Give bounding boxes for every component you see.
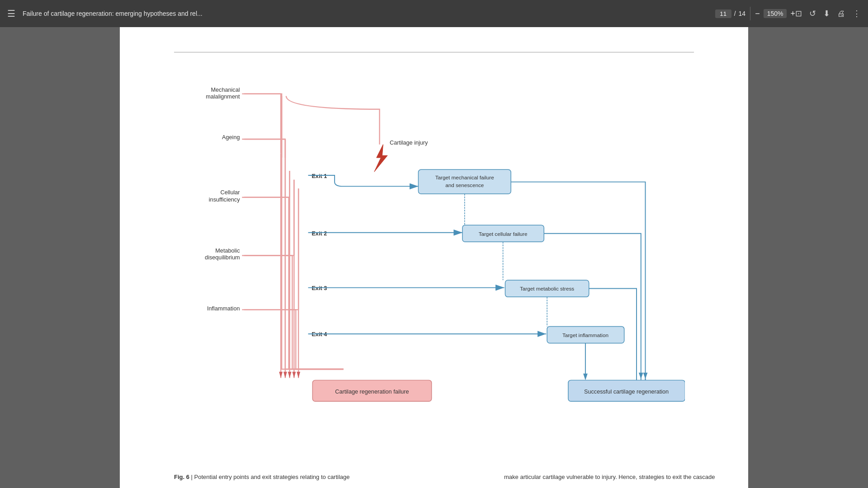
- toolbar: ☰ Failure of cartilage regeneration: eme…: [0, 0, 868, 27]
- label-malalignment: malalignment: [206, 94, 240, 100]
- target4-text: Target inflammation: [562, 332, 609, 338]
- fit-page-icon[interactable]: ⊡: [795, 9, 802, 19]
- history-icon[interactable]: ↺: [809, 9, 816, 19]
- page-separator: /: [734, 10, 736, 17]
- exit2-label: Exit 2: [311, 230, 327, 237]
- label-insufficiency: insufficiency: [209, 197, 240, 203]
- exit1-label: Exit 1: [311, 173, 327, 179]
- label-metabolic: Metabolic: [215, 248, 240, 254]
- zoom-controls: − 150% +: [755, 9, 795, 19]
- svg-marker-17: [297, 372, 300, 378]
- caption-text: | Potential entry points and exit strate…: [189, 474, 350, 480]
- page-total: 14: [739, 10, 746, 17]
- label-inflammation: Inflammation: [207, 305, 240, 312]
- figure-diagram: Mechanical malalignment Ageing Cellular …: [165, 52, 685, 404]
- print-icon[interactable]: 🖨: [837, 9, 845, 19]
- toolbar-separator-1: [750, 7, 750, 20]
- svg-marker-28: [643, 373, 648, 379]
- svg-marker-14: [283, 372, 287, 378]
- more-options-icon[interactable]: ⋮: [853, 9, 861, 19]
- zoom-increase-button[interactable]: +: [790, 9, 795, 19]
- page-navigation: / 14: [715, 9, 745, 18]
- zoom-level-display: 150%: [764, 9, 787, 18]
- zoom-decrease-button[interactable]: −: [755, 9, 760, 19]
- download-icon[interactable]: ⬇: [823, 9, 830, 19]
- success-box-text: Successful cartilage regeneration: [584, 389, 669, 395]
- fig-label: Fig. 6: [174, 474, 189, 480]
- figure-caption: Fig. 6 | Potential entry points and exit…: [174, 473, 491, 482]
- label-mechanical: Mechanical: [211, 87, 240, 93]
- svg-marker-16: [292, 372, 296, 378]
- failure-box-text: Cartilage regeneration failure: [335, 389, 409, 395]
- target3-text: Target metabolic stress: [520, 286, 574, 291]
- exit3-label: Exit 3: [311, 285, 327, 291]
- cartilage-injury-label: Cartilage injury: [390, 140, 428, 146]
- caption-right-text: make articular cartilage vulnerable to i…: [504, 473, 730, 482]
- page-number-input[interactable]: [715, 9, 731, 18]
- label-ageing: Ageing: [222, 134, 240, 141]
- pdf-page: Mechanical malalignment Ageing Cellular …: [120, 27, 748, 488]
- label-cellular: Cellular: [221, 189, 240, 196]
- target1-text2: and senescence: [445, 182, 484, 188]
- menu-icon[interactable]: ☰: [7, 8, 15, 19]
- target-box-1: [418, 169, 511, 194]
- svg-marker-15: [288, 372, 292, 378]
- toolbar-right-icons: ⊡ ↺ ⬇ 🖨 ⋮: [795, 9, 861, 19]
- label-disequilibrium: disequilibrium: [205, 254, 240, 261]
- content-area: Mechanical malalignment Ageing Cellular …: [0, 27, 868, 488]
- svg-marker-29: [639, 373, 643, 379]
- document-title: Failure of cartilage regeneration: emerg…: [23, 10, 715, 17]
- target1-text1: Target mechanical failure: [435, 174, 494, 180]
- target2-text: Target cellular failure: [479, 231, 528, 237]
- svg-marker-24: [583, 374, 588, 380]
- svg-marker-13: [279, 372, 283, 378]
